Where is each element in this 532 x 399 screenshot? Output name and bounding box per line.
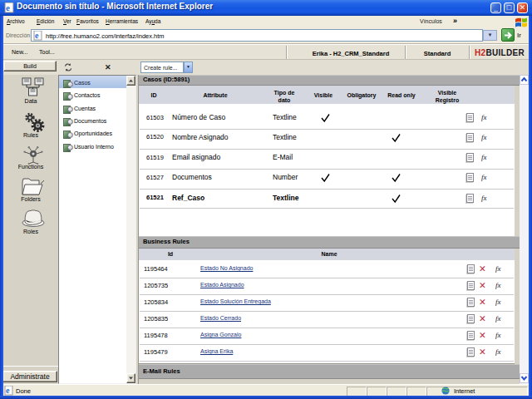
- svg-text:e: e: [6, 2, 10, 12]
- svg-text:e: e: [35, 31, 39, 40]
- svg-text:e: e: [6, 386, 10, 395]
